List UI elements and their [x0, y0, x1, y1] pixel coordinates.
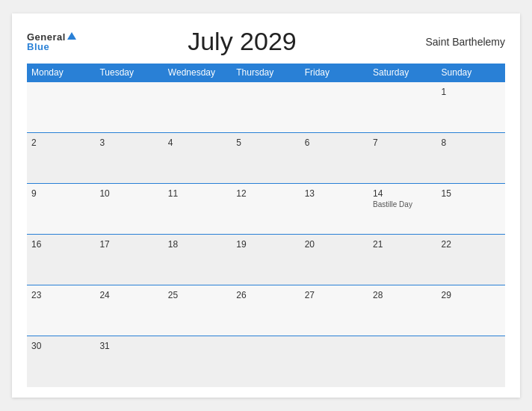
header-saturday: Saturday [368, 64, 436, 82]
day-number: 15 [442, 188, 501, 199]
calendar-cell [27, 82, 95, 133]
calendar-container: General Blue July 2029 Saint Barthelemy … [12, 13, 520, 398]
calendar-cell: 16 [27, 235, 95, 285]
calendar-cell [232, 82, 300, 133]
header-tuesday: Tuesday [95, 64, 163, 82]
weekday-header-row: Monday Tuesday Wednesday Thursday Friday… [27, 64, 505, 82]
header-wednesday: Wednesday [164, 64, 232, 82]
day-number: 19 [236, 239, 295, 250]
calendar-week-row: 16171819202122 [27, 235, 505, 285]
logo-triangle-icon [67, 32, 76, 40]
calendar-cell: 19 [232, 235, 300, 285]
day-number: 23 [31, 290, 90, 300]
calendar-cell: 18 [164, 235, 232, 285]
calendar-cell: 5 [232, 133, 300, 184]
day-number: 18 [168, 239, 227, 250]
calendar-cell [300, 336, 368, 387]
calendar-cell: 4 [164, 133, 232, 184]
header-friday: Friday [300, 64, 368, 82]
calendar-cell: 11 [164, 184, 232, 235]
header-monday: Monday [27, 64, 95, 82]
day-number: 28 [373, 290, 432, 300]
calendar-cell: 22 [437, 235, 505, 285]
header-sunday: Sunday [437, 64, 505, 82]
calendar-cell: 10 [95, 184, 163, 235]
calendar-header: General Blue July 2029 Saint Barthelemy [27, 27, 505, 56]
calendar-week-row: 1 [27, 82, 505, 133]
day-number: 24 [99, 290, 158, 300]
calendar-week-row: 23242526272829 [27, 285, 505, 336]
day-number: 8 [442, 137, 501, 148]
calendar-cell: 21 [368, 235, 436, 285]
day-number: 25 [168, 290, 227, 300]
calendar-cell: 27 [300, 285, 368, 336]
day-number: 12 [236, 188, 295, 199]
calendar-cell: 26 [232, 285, 300, 336]
day-number: 2 [31, 137, 90, 148]
day-number: 13 [305, 188, 364, 199]
calendar-cell: 13 [300, 184, 368, 235]
day-number: 3 [99, 137, 158, 148]
day-number: 5 [236, 137, 295, 148]
day-number: 30 [31, 341, 90, 351]
calendar-grid: Monday Tuesday Wednesday Thursday Friday… [27, 64, 505, 387]
day-number: 1 [442, 87, 501, 97]
calendar-cell [368, 336, 436, 387]
holiday-label: Bastille Day [373, 200, 432, 208]
calendar-cell: 31 [95, 336, 163, 387]
calendar-cell [368, 82, 436, 133]
day-number: 20 [305, 239, 364, 250]
calendar-week-row: 91011121314Bastille Day15 [27, 184, 505, 235]
calendar-cell: 30 [27, 336, 95, 387]
day-number: 31 [99, 341, 158, 351]
calendar-cell [300, 82, 368, 133]
calendar-cell [232, 336, 300, 387]
calendar-cell: 25 [164, 285, 232, 336]
calendar-cell [164, 336, 232, 387]
day-number: 29 [442, 290, 501, 300]
day-number: 14 [373, 188, 432, 199]
calendar-week-row: 2345678 [27, 133, 505, 184]
calendar-cell: 17 [95, 235, 163, 285]
calendar-cell [95, 82, 163, 133]
calendar-cell: 23 [27, 285, 95, 336]
day-number: 4 [168, 137, 227, 148]
calendar-week-row: 3031 [27, 336, 505, 387]
calendar-cell: 12 [232, 184, 300, 235]
calendar-cell: 8 [437, 133, 505, 184]
calendar-cell: 6 [300, 133, 368, 184]
day-number: 17 [99, 239, 158, 250]
day-number: 26 [236, 290, 295, 300]
day-number: 10 [99, 188, 158, 199]
calendar-cell: 15 [437, 184, 505, 235]
calendar-cell: 9 [27, 184, 95, 235]
logo: General Blue [27, 32, 76, 52]
day-number: 21 [373, 239, 432, 250]
day-number: 22 [442, 239, 501, 250]
day-number: 7 [373, 137, 432, 148]
calendar-cell: 20 [300, 235, 368, 285]
calendar-cell: 3 [95, 133, 163, 184]
calendar-cell: 29 [437, 285, 505, 336]
logo-general-text: General [27, 32, 76, 42]
calendar-cell: 24 [95, 285, 163, 336]
region-label: Saint Barthelemy [408, 36, 505, 48]
calendar-cell: 7 [368, 133, 436, 184]
day-number: 6 [305, 137, 364, 148]
calendar-cell: 1 [437, 82, 505, 133]
calendar-cell [437, 336, 505, 387]
day-number: 27 [305, 290, 364, 300]
calendar-cell: 28 [368, 285, 436, 336]
calendar-cell [164, 82, 232, 133]
month-title: July 2029 [76, 27, 408, 56]
day-number: 16 [31, 239, 90, 250]
calendar-cell: 14Bastille Day [368, 184, 436, 235]
header-thursday: Thursday [232, 64, 300, 82]
calendar-cell: 2 [27, 133, 95, 184]
day-number: 9 [31, 188, 90, 199]
logo-blue-text: Blue [27, 42, 76, 52]
day-number: 11 [168, 188, 227, 199]
